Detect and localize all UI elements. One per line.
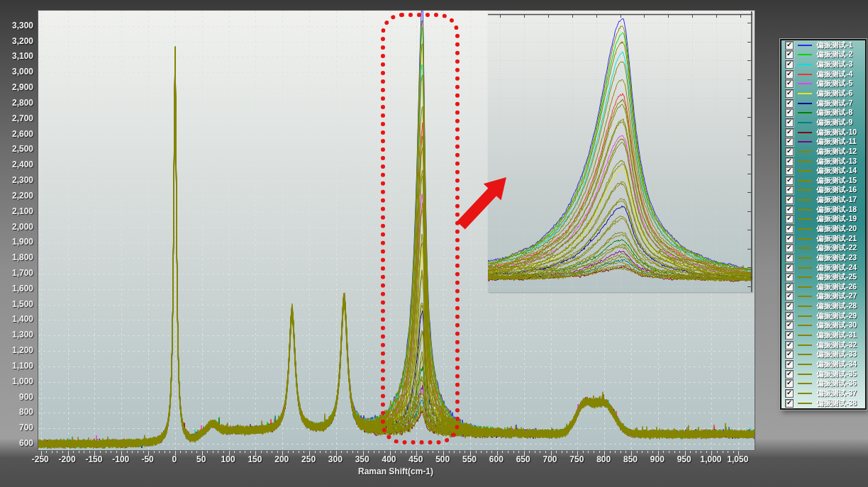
y-tick-label: 2,900 bbox=[0, 82, 33, 92]
legend-checkbox[interactable]: ✔ bbox=[785, 108, 794, 117]
legend-item[interactable]: ✔偏振测试-35 bbox=[781, 369, 865, 379]
legend-item[interactable]: ✔偏振测试-19 bbox=[781, 215, 865, 225]
legend-checkbox[interactable]: ✔ bbox=[785, 370, 794, 379]
legend-item[interactable]: ✔偏振测试-18 bbox=[781, 205, 865, 215]
legend-item[interactable]: ✔偏振测试-27 bbox=[781, 292, 865, 302]
legend-checkbox[interactable]: ✔ bbox=[785, 389, 794, 398]
legend-checkbox[interactable]: ✔ bbox=[785, 264, 794, 272]
y-tick-label: 2,000 bbox=[0, 222, 33, 232]
legend-checkbox[interactable]: ✔ bbox=[785, 177, 794, 185]
legend-item[interactable]: ✔偏振测试-36 bbox=[781, 379, 865, 388]
legend-item[interactable]: ✔偏振测试-31 bbox=[781, 330, 865, 340]
legend-label: 偏振测试-26 bbox=[816, 282, 857, 292]
legend-color-line bbox=[798, 247, 812, 249]
legend-checkbox[interactable]: ✔ bbox=[785, 283, 794, 291]
legend-checkbox[interactable]: ✔ bbox=[785, 225, 794, 233]
legend-item[interactable]: ✔偏振测试-2 bbox=[781, 50, 865, 60]
legend-checkbox[interactable]: ✔ bbox=[785, 360, 794, 369]
legend-checkbox[interactable]: ✔ bbox=[785, 302, 794, 310]
legend-checkbox[interactable]: ✔ bbox=[785, 147, 794, 156]
legend-checkbox[interactable]: ✔ bbox=[785, 273, 794, 281]
legend-item[interactable]: ✔偏振测试-6 bbox=[781, 89, 865, 99]
legend-item[interactable]: ✔偏振测试-16 bbox=[781, 186, 865, 196]
legend-color-line bbox=[798, 103, 812, 104]
legend-checkbox[interactable]: ✔ bbox=[785, 215, 794, 223]
legend-item[interactable]: ✔偏振测试-3 bbox=[781, 60, 865, 69]
legend-checkbox[interactable]: ✔ bbox=[785, 186, 794, 194]
legend-checkbox[interactable]: ✔ bbox=[785, 99, 794, 108]
legend-color-line bbox=[798, 374, 812, 375]
legend-item[interactable]: ✔偏振测试-7 bbox=[781, 99, 865, 108]
legend-item[interactable]: ✔偏振测试-1 bbox=[781, 40, 865, 50]
legend-item[interactable]: ✔偏振测试-24 bbox=[781, 263, 865, 273]
legend-checkbox[interactable]: ✔ bbox=[785, 41, 794, 50]
legend-item[interactable]: ✔偏振测试-17 bbox=[781, 195, 865, 205]
legend-item[interactable]: ✔偏振测试-15 bbox=[781, 176, 865, 186]
legend-item[interactable]: ✔偏振测试-21 bbox=[781, 234, 865, 244]
legend-item[interactable]: ✔偏振测试-12 bbox=[781, 147, 865, 157]
y-tick-label: 2,400 bbox=[0, 159, 33, 169]
legend-color-line bbox=[798, 122, 812, 123]
legend-label: 偏振测试-11 bbox=[816, 137, 857, 147]
legend-item[interactable]: ✔偏振测试-4 bbox=[781, 69, 865, 79]
legend-checkbox[interactable]: ✔ bbox=[785, 89, 794, 98]
legend-item[interactable]: ✔偏振测试-30 bbox=[781, 321, 865, 331]
legend-item[interactable]: ✔偏振测试-33 bbox=[781, 350, 865, 360]
y-tick-label: 3,000 bbox=[0, 67, 33, 77]
legend-item[interactable]: ✔偏振测试-32 bbox=[781, 340, 865, 350]
legend-item[interactable]: ✔偏振测试-38 bbox=[781, 398, 865, 408]
legend-checkbox[interactable]: ✔ bbox=[785, 138, 794, 146]
y-tick-label: 1,000 bbox=[0, 376, 33, 386]
legend-checkbox[interactable]: ✔ bbox=[785, 244, 794, 252]
y-tick-label: 1,300 bbox=[0, 330, 33, 340]
legend-checkbox[interactable]: ✔ bbox=[785, 70, 794, 79]
y-tick-label: 600 bbox=[0, 438, 33, 448]
legend-item[interactable]: ✔偏振测试-8 bbox=[781, 108, 865, 118]
inset-chart-canvas[interactable] bbox=[488, 11, 752, 292]
legend-item[interactable]: ✔偏振测试-10 bbox=[781, 128, 865, 138]
legend-checkbox[interactable]: ✔ bbox=[785, 128, 794, 137]
legend-checkbox[interactable]: ✔ bbox=[785, 292, 794, 301]
legend-item[interactable]: ✔偏振测试-25 bbox=[781, 272, 865, 282]
legend-checkbox[interactable]: ✔ bbox=[785, 331, 794, 340]
legend-item[interactable]: ✔偏振测试-28 bbox=[781, 301, 865, 311]
legend-checkbox[interactable]: ✔ bbox=[785, 206, 794, 214]
legend-item[interactable]: ✔偏振测试-34 bbox=[781, 359, 865, 369]
legend-checkbox[interactable]: ✔ bbox=[785, 235, 794, 243]
legend-checkbox[interactable]: ✔ bbox=[785, 157, 794, 166]
legend-item[interactable]: ✔偏振测试-37 bbox=[781, 388, 865, 398]
legend-checkbox[interactable]: ✔ bbox=[785, 312, 794, 320]
legend-checkbox[interactable]: ✔ bbox=[785, 350, 794, 359]
legend-label: 偏振测试-12 bbox=[816, 147, 857, 157]
y-tick-label: 1,700 bbox=[0, 268, 33, 278]
legend-checkbox[interactable]: ✔ bbox=[785, 118, 794, 127]
legend-item[interactable]: ✔偏振测试-9 bbox=[781, 118, 865, 128]
legend-item[interactable]: ✔偏振测试-23 bbox=[781, 253, 865, 263]
legend-checkbox[interactable]: ✔ bbox=[785, 60, 794, 69]
y-tick-label: 800 bbox=[0, 407, 33, 417]
legend-item[interactable]: ✔偏振测试-20 bbox=[781, 224, 865, 234]
legend-checkbox[interactable]: ✔ bbox=[785, 321, 794, 330]
legend-checkbox[interactable]: ✔ bbox=[785, 341, 794, 349]
legend-label: 偏振测试-13 bbox=[816, 157, 857, 167]
legend-item[interactable]: ✔偏振测试-22 bbox=[781, 243, 865, 253]
legend-checkbox[interactable]: ✔ bbox=[785, 379, 794, 388]
legend-item[interactable]: ✔偏振测试-26 bbox=[781, 282, 865, 292]
legend-item[interactable]: ✔偏振测试-5 bbox=[781, 79, 865, 89]
legend-item[interactable]: ✔偏振测试-29 bbox=[781, 311, 865, 321]
legend-item[interactable]: ✔偏振测试-14 bbox=[781, 166, 865, 176]
legend-checkbox[interactable]: ✔ bbox=[785, 196, 794, 204]
legend-color-line bbox=[798, 170, 812, 172]
legend-checkbox[interactable]: ✔ bbox=[785, 399, 794, 408]
legend-checkbox[interactable]: ✔ bbox=[785, 50, 794, 59]
legend-item[interactable]: ✔偏振测试-13 bbox=[781, 157, 865, 167]
legend-label: 偏振测试-37 bbox=[816, 388, 857, 398]
legend-checkbox[interactable]: ✔ bbox=[785, 167, 794, 175]
legend-checkbox[interactable]: ✔ bbox=[785, 79, 794, 88]
legend-checkbox[interactable]: ✔ bbox=[785, 254, 794, 262]
legend-label: 偏振测试-14 bbox=[816, 166, 857, 176]
legend-label: 偏振测试-27 bbox=[816, 291, 857, 301]
y-tick-label: 2,200 bbox=[0, 191, 33, 201]
y-tick-label: 1,500 bbox=[0, 299, 33, 309]
legend-item[interactable]: ✔偏振测试-11 bbox=[781, 137, 865, 147]
